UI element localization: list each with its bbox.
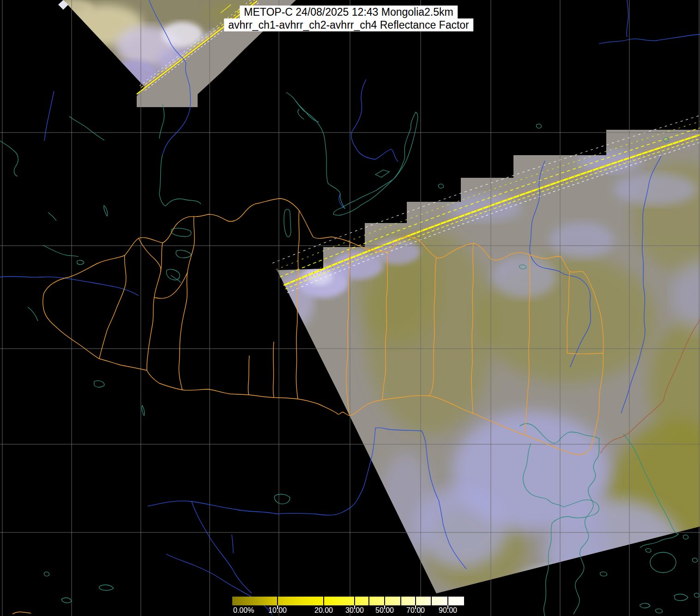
colorbar-tick bbox=[277, 605, 278, 609]
colorbar-separator bbox=[384, 597, 385, 605]
colorbar-separator bbox=[447, 597, 448, 605]
satellite-basemap bbox=[0, 0, 700, 616]
colorbar-separator bbox=[368, 597, 369, 605]
colorbar-separator bbox=[323, 597, 324, 605]
image-title-block: METOP-C 24/08/2025 12:43 Mongolia2.5km a… bbox=[224, 6, 473, 31]
colorbar-labels: 0.00%10.0020.0030.0050.0070.0090.00 bbox=[232, 606, 464, 616]
colorbar-separator bbox=[354, 597, 355, 605]
colorbar-separator bbox=[277, 597, 278, 605]
satellite-image-viewport: METOP-C 24/08/2025 12:43 Mongolia2.5km a… bbox=[0, 0, 700, 616]
title-line-2: avhrr_ch1-avhrr_ch2-avhrr_ch4 Reflectanc… bbox=[224, 18, 473, 31]
colorbar-separator bbox=[415, 597, 416, 605]
colorbar-tick bbox=[384, 605, 385, 609]
colorbar-value-label: 0.00% bbox=[233, 606, 254, 615]
colorbar-value-label: 20.00 bbox=[314, 606, 333, 615]
colorbar-separator bbox=[400, 597, 401, 605]
reflectance-colorbar bbox=[232, 597, 464, 605]
colorbar-tick bbox=[415, 605, 416, 609]
colorbar-tick bbox=[447, 605, 448, 609]
colorbar-separator bbox=[431, 597, 432, 605]
colorbar-gradient bbox=[232, 597, 464, 605]
colorbar-tick bbox=[354, 605, 355, 609]
title-line-1: METOP-C 24/08/2025 12:43 Mongolia2.5km bbox=[240, 6, 457, 18]
